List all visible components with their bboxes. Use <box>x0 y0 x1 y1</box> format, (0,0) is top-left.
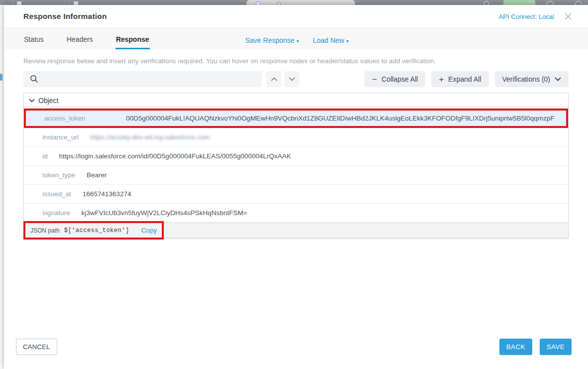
dialog-header: Response Information API Connect: Local <box>4 5 588 28</box>
tab-status[interactable]: Status <box>23 30 44 49</box>
node-key[interactable]: id <box>42 152 48 160</box>
save-response-label: Save Response <box>245 36 295 44</box>
environment-link[interactable]: API Connect: Local <box>499 13 554 20</box>
settings-icon[interactable] <box>575 1 582 5</box>
save-button[interactable]: SAVE <box>540 339 572 355</box>
collapse-all-button[interactable]: − Collapse All <box>364 71 425 87</box>
active-tab-favicon <box>256 1 260 5</box>
dialog-body: Review response below and insert any ver… <box>4 57 588 238</box>
cancel-button[interactable]: CANCEL <box>16 339 57 355</box>
node-value-redacted[interactable]: https://accelq-dev-ed.my.salesforce.com <box>90 133 210 141</box>
tree-row-signature[interactable]: signature kj3wFVIcUb3vn5fuyWjV2LCiyDHs4s… <box>24 204 568 223</box>
node-key[interactable]: instance_url <box>42 133 79 141</box>
verifications-dropdown[interactable]: Verifications (0) <box>495 71 569 87</box>
dialog-footer: CANCEL BACK SAVE <box>16 339 572 355</box>
minus-icon: − <box>372 75 377 84</box>
extension-pill[interactable] <box>503 0 535 5</box>
caret-down-icon: ▾ <box>346 38 349 44</box>
back-button[interactable]: BACK <box>499 339 532 355</box>
browser-toolbar <box>0 0 588 5</box>
browser-tab-icon <box>74 1 78 5</box>
plus-icon: + <box>439 75 444 84</box>
active-browser-tab[interactable] <box>246 0 355 5</box>
tab-audio-icon <box>277 1 281 5</box>
tab-divider <box>12 0 13 5</box>
tree-root-node[interactable]: Object <box>24 93 568 109</box>
help-text: Review response below and insert any ver… <box>23 57 569 65</box>
node-value[interactable]: kj3wFVIcUb3vn5fuyWjV2LCiyDHs4sPSkHqNsbnt… <box>82 209 247 217</box>
chevron-down-icon <box>555 77 561 81</box>
highlighted-node-outline: access_token 00D5g000004FukL!AQUAQNzkvoY… <box>24 109 568 128</box>
tab-headers[interactable]: Headers <box>66 30 94 49</box>
tab-divider <box>69 0 70 5</box>
verifications-label: Verifications (0) <box>502 75 550 83</box>
chevron-down-icon <box>29 99 35 103</box>
chevron-down-icon <box>289 77 295 81</box>
profile-icon[interactable] <box>547 1 554 5</box>
close-icon[interactable] <box>563 11 573 21</box>
browser-tab-icon <box>17 1 21 5</box>
copy-json-path-button[interactable]: Copy <box>141 227 157 234</box>
tree-row-instance-url[interactable]: instance_url https://accelq-dev-ed.my.sa… <box>24 128 568 147</box>
expand-all-label: Expand All <box>448 75 481 83</box>
json-path-value: $['access_token'] <box>64 227 129 234</box>
tab-bar: Status Headers Response Save Response▾ L… <box>4 28 588 49</box>
node-key[interactable]: token_type <box>42 171 75 179</box>
json-path-label: JSON path <box>30 227 60 234</box>
load-new-label: Load New <box>313 36 344 44</box>
page-behind-modal <box>0 5 4 369</box>
node-key[interactable]: issued_at <box>42 190 71 198</box>
tree-row-access-token[interactable]: access_token 00D5g000004FukL!AQUAQNzkvoY… <box>26 111 566 126</box>
find-next-button[interactable] <box>284 71 299 87</box>
tree-row-id[interactable]: id https://login.salesforce.com/id/00D5g… <box>24 147 568 166</box>
tree-row-issued-at[interactable]: issued_at 1665741363274 <box>24 185 568 204</box>
tree-row-token-type[interactable]: token_type Bearer <box>24 166 568 185</box>
expand-all-button[interactable]: + Expand All <box>431 71 488 87</box>
caret-down-icon: ▾ <box>296 38 299 44</box>
search-toolbar: − Collapse All + Expand All Verification… <box>23 71 569 87</box>
json-path-bar: JSON path $['access_token'] Copy <box>24 223 568 238</box>
search-icon[interactable] <box>484 1 489 5</box>
response-information-dialog: Response Information API Connect: Local … <box>4 5 588 369</box>
root-node-label: Object <box>38 97 58 105</box>
response-tree: Object access_token 00D5g000004FukL!AQUA… <box>23 93 569 238</box>
chevron-up-icon <box>271 77 277 81</box>
search-box <box>23 71 262 87</box>
node-value[interactable]: 00D5g000004FukL!AQUAQNzkvoYhi0OgMEwHn9VQ… <box>126 115 555 122</box>
node-value[interactable]: 1665741363274 <box>83 190 131 198</box>
tab-response[interactable]: Response <box>116 30 150 49</box>
node-key[interactable]: access_token <box>44 115 115 122</box>
search-input[interactable] <box>23 71 262 87</box>
save-response-dropdown[interactable]: Save Response▾ <box>245 36 299 44</box>
node-value[interactable]: Bearer <box>87 171 107 179</box>
node-value[interactable]: https://login.salesforce.com/id/00D5g000… <box>59 152 291 160</box>
page-behind-accent <box>0 74 2 81</box>
dialog-title: Response Information <box>23 12 107 21</box>
find-previous-button[interactable] <box>266 71 281 87</box>
node-key[interactable]: signature <box>42 209 70 217</box>
collapse-all-label: Collapse All <box>381 75 418 83</box>
load-new-dropdown[interactable]: Load New▾ <box>313 36 349 44</box>
